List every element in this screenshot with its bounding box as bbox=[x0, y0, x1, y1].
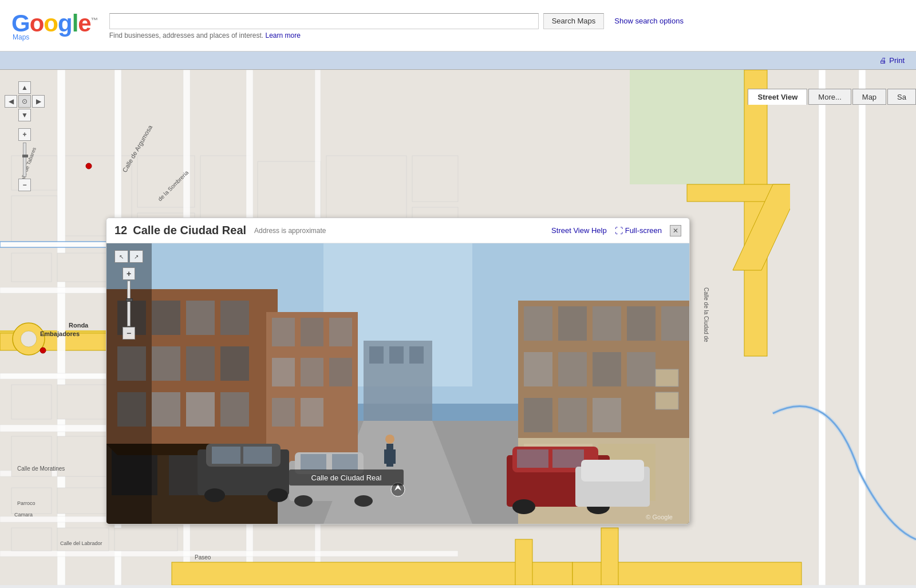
svg-rect-60 bbox=[790, 70, 916, 585]
svg-rect-115 bbox=[558, 398, 587, 432]
svg-rect-120 bbox=[656, 369, 678, 386]
svg-text:Calle de la Ciudad de: Calle de la Ciudad de bbox=[703, 287, 709, 342]
svg-rect-111 bbox=[558, 352, 587, 386]
svg-rect-97 bbox=[301, 318, 323, 346]
svg-rect-88 bbox=[220, 392, 249, 427]
svg-rect-83 bbox=[186, 346, 215, 381]
street-view-help-link[interactable]: Street View Help bbox=[551, 226, 607, 235]
svg-point-131 bbox=[267, 488, 288, 502]
nav-down-button[interactable]: ▼ bbox=[18, 109, 31, 121]
map-container[interactable]: Calle de Argumosa de la Sombreria Calle … bbox=[0, 70, 916, 585]
svg-rect-62 bbox=[859, 70, 866, 585]
logo-area: Google™ Maps bbox=[11, 11, 98, 41]
street-view-button[interactable]: Street View bbox=[748, 89, 807, 105]
nav-center-button[interactable]: ⊙ bbox=[18, 95, 31, 108]
svg-point-54 bbox=[86, 163, 92, 169]
address-number: 12 bbox=[114, 224, 127, 237]
svg-rect-39 bbox=[11, 528, 52, 551]
streetview-header: 12 Calle de Ciudad Real Address is appro… bbox=[106, 218, 689, 243]
svg-rect-79 bbox=[186, 301, 215, 335]
print-link[interactable]: 🖨 Print bbox=[879, 56, 905, 65]
satellite-button[interactable]: Sa bbox=[887, 89, 916, 105]
sv-zoom-thumb[interactable] bbox=[126, 298, 133, 302]
svg-text:Ronda: Ronda bbox=[69, 322, 89, 329]
fullscreen-link[interactable]: ⛶ Full-screen bbox=[615, 226, 662, 235]
svg-rect-128 bbox=[212, 447, 240, 464]
zoom-in-map-button[interactable]: + bbox=[18, 128, 31, 141]
svg-rect-40 bbox=[57, 528, 109, 551]
learn-more-link[interactable]: Learn more bbox=[266, 31, 301, 40]
street-scene-svg: Calle de Ciudad Real © Google bbox=[106, 243, 689, 524]
map-button[interactable]: Map bbox=[852, 89, 886, 105]
printer-icon: 🖨 bbox=[879, 56, 887, 65]
svg-point-142 bbox=[512, 499, 535, 514]
svg-rect-27 bbox=[11, 253, 52, 282]
svg-rect-61 bbox=[819, 70, 826, 585]
sv-expand-right-button[interactable]: ↗ bbox=[129, 250, 143, 263]
more-button[interactable]: More... bbox=[808, 89, 851, 105]
svg-rect-105 bbox=[524, 306, 552, 341]
svg-rect-140 bbox=[517, 449, 548, 468]
nav-controls: ▲ ◀ ⊙ ▶ ▼ + − bbox=[5, 81, 45, 191]
svg-point-137 bbox=[354, 495, 373, 507]
svg-rect-98 bbox=[329, 318, 352, 346]
svg-rect-116 bbox=[593, 398, 621, 432]
svg-rect-38 bbox=[57, 488, 109, 514]
sv-zoom-in-button[interactable]: + bbox=[123, 267, 135, 280]
svg-text:Camara: Camara bbox=[14, 512, 33, 518]
svg-rect-103 bbox=[301, 398, 323, 427]
print-bar: 🖨 Print bbox=[0, 52, 916, 70]
streetview-panel: 12 Calle de Ciudad Real Address is appro… bbox=[106, 218, 690, 524]
zoom-out-map-button[interactable]: − bbox=[18, 179, 31, 191]
svg-rect-113 bbox=[627, 352, 656, 386]
svg-rect-149 bbox=[391, 449, 396, 464]
svg-text:© Google: © Google bbox=[646, 514, 673, 520]
svg-rect-2 bbox=[11, 196, 57, 242]
nav-right-button[interactable]: ▶ bbox=[32, 95, 45, 108]
svg-text:Calle de Moratines: Calle de Moratines bbox=[17, 465, 65, 472]
svg-rect-82 bbox=[152, 346, 180, 381]
sv-expand-left-button[interactable]: ↖ bbox=[114, 250, 128, 263]
nav-up-button[interactable]: ▲ bbox=[18, 81, 31, 94]
sv-expand-buttons: ↖ ↗ bbox=[114, 250, 143, 263]
svg-rect-123 bbox=[369, 346, 384, 364]
maps-label: Maps bbox=[13, 33, 98, 41]
svg-rect-9 bbox=[412, 156, 458, 202]
show-search-options-link[interactable]: Show search options bbox=[614, 17, 684, 25]
svg-rect-25 bbox=[0, 551, 458, 557]
search-input[interactable] bbox=[109, 13, 539, 29]
svg-rect-67 bbox=[601, 528, 618, 585]
svg-point-55 bbox=[40, 348, 46, 353]
search-hint: Find businesses, addresses and places of… bbox=[109, 31, 905, 40]
svg-rect-107 bbox=[593, 306, 621, 341]
svg-rect-30 bbox=[11, 385, 52, 419]
close-streetview-button[interactable]: ✕ bbox=[670, 225, 681, 236]
address-street: Calle de Ciudad Real bbox=[133, 224, 246, 237]
svg-text:Parroco: Parroco bbox=[17, 500, 35, 506]
svg-rect-101 bbox=[329, 358, 352, 386]
sv-zoom-out-button[interactable]: − bbox=[123, 327, 135, 340]
fullscreen-icon: ⛶ bbox=[615, 226, 623, 235]
svg-rect-96 bbox=[272, 318, 295, 346]
svg-rect-134 bbox=[301, 454, 326, 470]
svg-rect-56 bbox=[630, 70, 744, 184]
svg-rect-99 bbox=[272, 358, 295, 386]
search-maps-button[interactable]: Search Maps bbox=[543, 13, 605, 29]
svg-rect-106 bbox=[558, 306, 587, 341]
sv-links: Street View Help ⛶ Full-screen ✕ bbox=[551, 225, 681, 236]
svg-rect-110 bbox=[524, 352, 552, 386]
svg-text:Calle de Ciudad Real: Calle de Ciudad Real bbox=[311, 473, 382, 482]
street-view-image[interactable]: Calle de Ciudad Real © Google ↖ ↗ + − bbox=[106, 243, 689, 524]
svg-rect-78 bbox=[152, 301, 180, 335]
svg-rect-125 bbox=[409, 346, 424, 364]
svg-rect-31 bbox=[57, 385, 109, 419]
svg-rect-141 bbox=[552, 449, 584, 468]
svg-rect-64 bbox=[172, 562, 572, 585]
svg-text:Embajadores: Embajadores bbox=[40, 330, 80, 337]
svg-rect-114 bbox=[524, 398, 552, 432]
svg-rect-80 bbox=[220, 301, 249, 335]
nav-left-button[interactable]: ◀ bbox=[5, 95, 17, 108]
sv-zoom-slider[interactable] bbox=[127, 281, 131, 326]
svg-rect-100 bbox=[301, 358, 323, 386]
svg-rect-109 bbox=[661, 306, 689, 341]
